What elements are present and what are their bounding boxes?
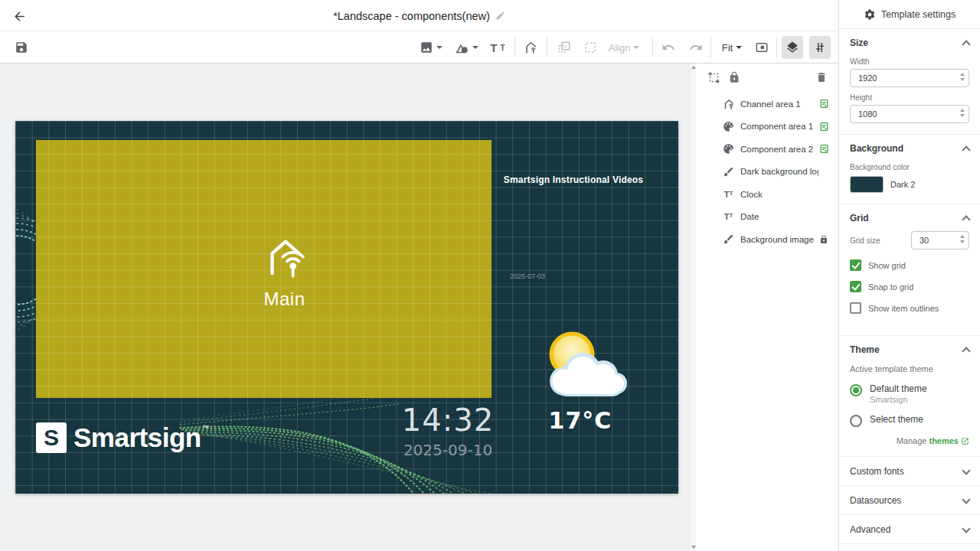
select-theme-radio[interactable] bbox=[850, 415, 862, 427]
layer-item-dark-background-logo[interactable]: Dark background logo bbox=[696, 161, 838, 184]
channel-name-label: Main bbox=[221, 289, 348, 310]
linked-playlist-icon bbox=[818, 99, 829, 109]
height-label: Height bbox=[850, 93, 969, 102]
align-dropdown[interactable]: Align bbox=[603, 36, 645, 59]
datasources-section-header[interactable]: Datasources bbox=[839, 485, 980, 514]
settings-panel-toggle[interactable] bbox=[809, 36, 831, 59]
lock-layer-button[interactable] bbox=[728, 71, 740, 86]
dropdown-caret-icon bbox=[436, 46, 443, 49]
background-color-swatch[interactable] bbox=[850, 176, 884, 193]
canvas-scrollbar[interactable] bbox=[690, 64, 696, 551]
height-input[interactable] bbox=[850, 105, 969, 123]
background-color-label: Background color bbox=[850, 163, 969, 171]
manage-themes-link[interactable]: Manage themes bbox=[850, 436, 969, 445]
default-theme-radio-row[interactable]: Default theme Smartsign bbox=[850, 383, 969, 404]
layer-list: Channel area 1 Component area 1 Componen… bbox=[696, 93, 838, 251]
channel-house-icon bbox=[260, 233, 309, 281]
template-canvas[interactable]: Main Smartsign Instructional Videos 2025… bbox=[15, 121, 678, 494]
redo-icon bbox=[689, 41, 703, 54]
external-link-icon bbox=[961, 437, 969, 445]
layers-panel: Channel area 1 Component area 1 Componen… bbox=[696, 64, 838, 551]
sliders-icon bbox=[813, 41, 827, 54]
smartsign-logo[interactable]: S Smartsign™ bbox=[36, 422, 201, 453]
snap-to-grid-checkbox-row[interactable]: Snap to grid bbox=[850, 281, 969, 292]
locked-layer-icon bbox=[818, 235, 829, 244]
height-stepper[interactable] bbox=[960, 109, 965, 117]
chevron-up-icon bbox=[962, 40, 970, 48]
grid-size-input-wrap bbox=[911, 231, 969, 249]
show-item-outlines-checkbox[interactable] bbox=[850, 302, 861, 314]
select-theme-radio-row[interactable]: Select theme bbox=[850, 414, 969, 427]
width-input[interactable] bbox=[850, 69, 969, 87]
background-section-header[interactable]: Background bbox=[850, 143, 969, 154]
redo-button[interactable] bbox=[684, 36, 707, 59]
background-section: Background Background color Dark 2 bbox=[839, 134, 980, 204]
layer-label: Clock bbox=[740, 190, 818, 199]
custom-fonts-section-header[interactable]: Custom fonts bbox=[839, 456, 980, 485]
linked-playlist-icon bbox=[818, 144, 829, 154]
component-heading-text[interactable]: Smartsign Instructional Videos bbox=[497, 174, 650, 185]
layer-item-background-image[interactable]: Background image bbox=[696, 228, 838, 251]
advanced-section-header[interactable]: Advanced bbox=[839, 514, 980, 543]
temperature-text: 17°C bbox=[515, 407, 645, 434]
linked-playlist-icon bbox=[818, 122, 829, 132]
layer-item-component-area-1[interactable]: Component area 1 bbox=[696, 116, 838, 139]
trash-icon bbox=[815, 71, 828, 83]
show-item-outlines-checkbox-row[interactable]: Show item outlines bbox=[850, 302, 969, 314]
layer-item-clock[interactable]: TT Clock bbox=[696, 183, 838, 206]
edit-title-icon[interactable] bbox=[495, 11, 505, 21]
dropdown-caret-icon bbox=[633, 46, 639, 49]
manage-prefix: Manage bbox=[897, 436, 927, 445]
default-theme-radio[interactable] bbox=[850, 384, 862, 396]
clock-date-block[interactable]: 14:32 2025-09-10 bbox=[364, 403, 532, 459]
insert-image-button[interactable] bbox=[416, 36, 446, 59]
dropdown-caret-icon bbox=[736, 46, 742, 49]
channel-area-1[interactable]: Main bbox=[36, 140, 492, 398]
lock-icon bbox=[728, 71, 740, 83]
toolbar-divider bbox=[652, 37, 653, 57]
bring-forward-button[interactable] bbox=[553, 36, 576, 59]
save-button[interactable] bbox=[11, 36, 32, 59]
palette-layer-icon bbox=[722, 143, 735, 155]
shapes-icon bbox=[455, 41, 469, 55]
group-selection-button[interactable] bbox=[707, 71, 720, 87]
delete-layer-button[interactable] bbox=[815, 71, 828, 86]
undo-button[interactable] bbox=[657, 36, 680, 59]
size-section-header[interactable]: Size bbox=[850, 37, 969, 48]
layer-label: Channel area 1 bbox=[740, 99, 818, 109]
toolbar-divider bbox=[547, 37, 547, 57]
selection-outline-button[interactable] bbox=[579, 36, 602, 59]
select-theme-label: Select theme bbox=[870, 414, 923, 425]
width-label: Width bbox=[850, 57, 969, 66]
dashed-selection-icon bbox=[583, 41, 597, 54]
show-grid-checkbox-row[interactable]: Show grid bbox=[850, 259, 969, 271]
preview-icon bbox=[755, 41, 769, 54]
chevron-down-icon bbox=[962, 524, 970, 533]
active-theme-label: Active template theme bbox=[850, 364, 969, 373]
fit-dropdown[interactable]: Fit bbox=[715, 36, 749, 59]
component-small-date[interactable]: 2025-07-03 bbox=[510, 272, 545, 280]
preview-button[interactable] bbox=[750, 36, 773, 59]
dropdown-caret-icon bbox=[472, 46, 479, 49]
show-grid-checkbox[interactable] bbox=[850, 259, 861, 271]
layers-panel-toggle[interactable] bbox=[782, 36, 803, 59]
layer-item-date[interactable]: TT Date bbox=[696, 206, 838, 229]
chevron-up-icon bbox=[962, 145, 970, 154]
insert-channel-button[interactable] bbox=[519, 36, 542, 59]
grid-section-header[interactable]: Grid bbox=[850, 213, 969, 223]
grid-size-label: Grid size bbox=[850, 236, 880, 245]
theme-section-header[interactable]: Theme bbox=[850, 344, 969, 355]
insert-shape-button[interactable] bbox=[452, 36, 481, 59]
snap-to-grid-checkbox[interactable] bbox=[850, 281, 861, 292]
text-layer-icon: TT bbox=[722, 212, 735, 221]
layer-item-component-area-2[interactable]: Component area 2 bbox=[696, 138, 838, 161]
insert-text-button[interactable]: TT bbox=[487, 36, 508, 59]
settings-panel-header: Template settings bbox=[839, 0, 980, 28]
layer-item-channel-area-1[interactable]: Channel area 1 bbox=[696, 93, 838, 116]
gear-icon bbox=[864, 8, 876, 21]
width-stepper[interactable] bbox=[960, 73, 965, 81]
title-bar: *Landscape - components(new) bbox=[0, 0, 838, 31]
grid-size-stepper[interactable] bbox=[960, 235, 965, 243]
layer-label: Component area 2 bbox=[740, 145, 818, 154]
weather-component[interactable]: 17°C bbox=[515, 329, 645, 434]
